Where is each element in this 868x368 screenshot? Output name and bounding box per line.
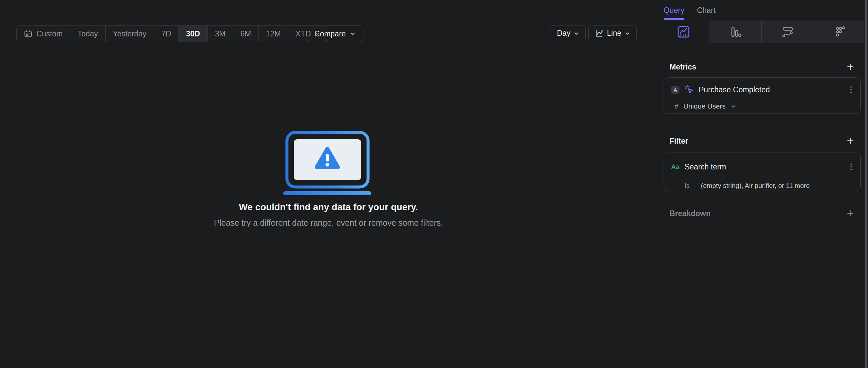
date-range-yesterday-button[interactable]: Yesterday (105, 26, 154, 42)
date-range-label: Custom (36, 29, 63, 38)
filter-value: (empty string), Air purifier, or 11 more (701, 182, 810, 190)
chevron-down-icon (731, 104, 736, 109)
panel-tab-bar: Query Chart (657, 0, 716, 21)
date-range-today-button[interactable]: Today (70, 26, 105, 42)
date-range-12m-button[interactable]: 12M (258, 26, 288, 42)
date-range-selector: Custom Today Yesterday 7D 30D 3M 6M 12M … (16, 26, 328, 42)
flows-icon (781, 25, 795, 38)
breakdown-section-header: Breakdown + (670, 208, 854, 219)
tab-flows[interactable] (761, 21, 814, 43)
hash-icon: # (675, 102, 679, 110)
chart-type-dropdown[interactable]: Line (588, 25, 637, 41)
filter-condition-row[interactable]: Is (empty string), Air purifier, or 11 m… (684, 182, 810, 190)
funnels-icon (729, 25, 742, 38)
tab-funnels[interactable] (709, 21, 761, 43)
granularity-label: Day (557, 29, 570, 38)
breakdown-heading: Breakdown (670, 209, 711, 218)
add-metric-button[interactable]: + (847, 62, 854, 72)
filter-property-name: Search term (684, 163, 726, 171)
empty-state-title: We couldn't find any data for your query… (0, 202, 657, 212)
active-tab-underline (663, 18, 684, 20)
chevron-down-icon (624, 30, 630, 36)
compare-label: Compare (314, 29, 346, 38)
add-breakdown-button[interactable]: + (847, 208, 854, 219)
filter-row: Aa Search term (664, 162, 860, 172)
calendar-icon (24, 29, 32, 38)
metric-aggregation-row[interactable]: # Unique Users (675, 102, 736, 110)
metrics-heading: Metrics (670, 63, 696, 71)
tab-query[interactable]: Query (663, 6, 684, 15)
metric-letter-badge: A (671, 86, 680, 94)
metrics-section-header: Metrics + (670, 62, 854, 72)
filter-more-options-button[interactable] (848, 162, 854, 172)
date-range-30d-button[interactable]: 30D (178, 26, 207, 42)
metric-more-options-button[interactable] (848, 85, 854, 95)
metric-event-name: Purchase Completed (699, 86, 770, 94)
aggregation-label: Unique Users (683, 102, 725, 110)
metric-card[interactable]: A Purchase Completed # Unique Users (663, 77, 861, 114)
retention-icon (834, 25, 847, 38)
filter-section-header: Filter + (670, 136, 854, 146)
scrollbar-thumb[interactable] (865, 0, 867, 368)
event-cursor-click-icon (684, 85, 694, 95)
tab-retention[interactable] (814, 21, 866, 43)
add-filter-button[interactable]: + (847, 136, 854, 146)
empty-state-subtitle: Please try a different date range, event… (0, 218, 657, 228)
compare-button[interactable]: Compare (307, 26, 364, 42)
tab-chart[interactable]: Chart (697, 6, 716, 15)
filter-card[interactable]: Aa Search term Is (empty string), Air pu… (663, 153, 861, 191)
date-range-6m-button[interactable]: 6M (233, 26, 258, 42)
filter-heading: Filter (670, 137, 688, 145)
query-builder-panel: Query Chart (657, 0, 868, 368)
chevron-down-icon (574, 30, 580, 36)
chart-type-label: Line (607, 29, 621, 38)
insights-icon (677, 25, 690, 38)
granularity-dropdown[interactable]: Day (551, 25, 586, 41)
string-property-icon: Aa (671, 163, 679, 170)
date-range-3m-button[interactable]: 3M (207, 26, 233, 42)
tab-insights[interactable] (657, 21, 709, 43)
line-chart-icon (595, 29, 603, 38)
scrollbar-track[interactable] (864, 0, 868, 368)
no-data-laptop-illustration (283, 130, 372, 196)
metric-row: A Purchase Completed (664, 85, 860, 95)
date-range-custom-button[interactable]: Custom (17, 26, 70, 42)
date-range-7d-button[interactable]: 7D (154, 26, 178, 42)
chart-type-tab-strip (657, 21, 866, 43)
chevron-down-icon (350, 31, 356, 37)
main-chart-area: Custom Today Yesterday 7D 30D 3M 6M 12M … (0, 0, 657, 368)
filter-operator: Is (684, 182, 690, 190)
